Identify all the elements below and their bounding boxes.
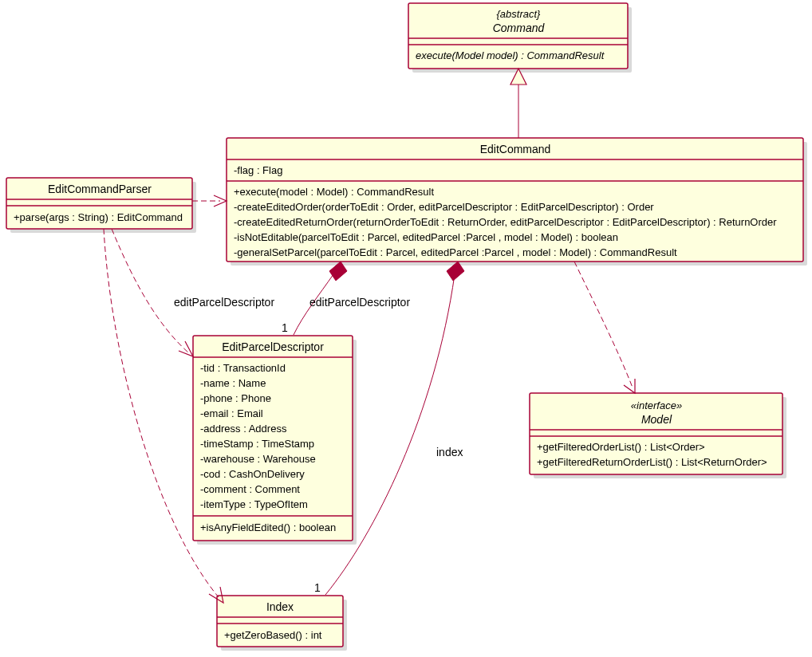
- svg-text:-name : Name: -name : Name: [200, 377, 266, 389]
- edit-command-parser-name: EditCommandParser: [48, 183, 152, 195]
- rel-ec-epd-label: editParcelDescriptor: [309, 296, 410, 309]
- edit-command-method-0: +execute(model : Model) : CommandResult: [234, 186, 434, 198]
- svg-text:-warehouse : Warehouse: -warehouse : Warehouse: [200, 453, 316, 465]
- svg-text:-cod : CashOnDelivery: -cod : CashOnDelivery: [200, 468, 305, 480]
- svg-text:+isAnyFieldEdited() : boolean: +isAnyFieldEdited() : boolean: [200, 521, 336, 533]
- uml-class-diagram: {abstract} Command execute(Model model) …: [0, 0, 812, 657]
- svg-text:-address : Address: -address : Address: [200, 423, 287, 435]
- rel-parser-epd-label: editParcelDescriptor: [174, 296, 274, 309]
- class-edit-command: EditCommand -flag : Flag +execute(model …: [227, 138, 807, 266]
- edit-command-name: EditCommand: [480, 143, 551, 155]
- command-method-0: execute(Model model) : CommandResult: [416, 49, 605, 61]
- class-edit-command-parser: EditCommandParser +parse(args : String) …: [6, 178, 196, 233]
- svg-text:+getFilteredOrderList() : List: +getFilteredOrderList() : List<Order>: [537, 441, 705, 453]
- rel-ec-index-mult: 1: [314, 581, 321, 594]
- edit-command-method-4: -generalSetParcel(parcelToEdit : Parcel,…: [234, 246, 677, 258]
- svg-text:+getFilteredReturnOrderList() : +getFilteredReturnOrderList() : List<Ret…: [537, 456, 767, 468]
- class-index: Index +getZeroBased() : int: [217, 596, 347, 651]
- svg-text:-comment : Comment: -comment : Comment: [200, 483, 300, 495]
- edit-command-method-3: -isNotEditable(parcelToEdit : Parcel, ed…: [234, 231, 618, 243]
- class-edit-parcel-descriptor: EditParcelDescriptor -tid : TransactionI…: [193, 336, 357, 545]
- rel-ec-epd-mult: 1: [282, 321, 288, 334]
- command-name: Command: [493, 22, 546, 34]
- index-name: Index: [266, 600, 294, 613]
- rel-editcommand-compose-epd: editParcelDescriptor 1: [282, 262, 410, 335]
- svg-text:-phone : Phone: -phone : Phone: [200, 392, 271, 404]
- rel-editcommand-extends-command: [510, 69, 526, 138]
- model-stereo: «interface»: [631, 399, 682, 411]
- edit-command-method-1: -createEditedOrder(orderToEdit : Order, …: [234, 201, 654, 213]
- rel-ec-index-label: index: [436, 446, 463, 458]
- class-model: «interface» Model +getFilteredOrderList(…: [530, 393, 786, 478]
- edit-command-method-2: -createEditedReturnOrder(returnOrderToEd…: [234, 216, 777, 228]
- edit-command-parser-method-0: +parse(args : String) : EditCommand: [14, 211, 183, 223]
- epd-name: EditParcelDescriptor: [222, 340, 324, 353]
- svg-text:+getZeroBased() : int: +getZeroBased() : int: [224, 629, 322, 641]
- class-command: {abstract} Command execute(Model model) …: [408, 3, 632, 73]
- edit-command-field-0: -flag : Flag: [234, 164, 282, 176]
- command-stereo: {abstract}: [497, 8, 542, 20]
- rel-editcommand-to-model: [574, 262, 635, 393]
- rel-parser-to-editcommand: [192, 195, 227, 207]
- model-name: Model: [641, 413, 672, 426]
- svg-text:-itemType : TypeOfItem: -itemType : TypeOfItem: [200, 498, 308, 510]
- svg-text:-email : Email: -email : Email: [200, 407, 263, 419]
- svg-text:-timeStamp : TimeStamp: -timeStamp : TimeStamp: [200, 438, 314, 450]
- svg-text:-tid : TransactionId: -tid : TransactionId: [200, 362, 286, 374]
